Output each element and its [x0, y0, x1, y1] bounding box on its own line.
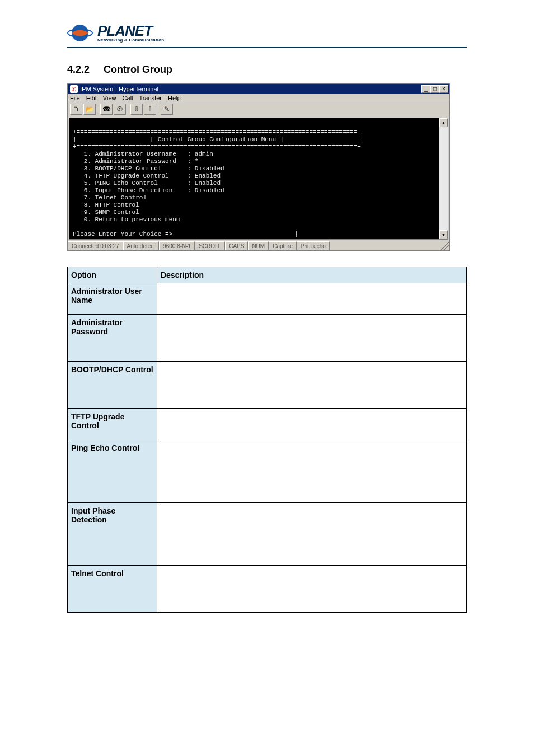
status-settings: 9600 8-N-1 — [159, 241, 195, 250]
window-titlebar: ✆ IPM System - HyperTerminal _ □ × — [68, 84, 449, 94]
option-description — [157, 315, 467, 362]
option-label: BOOTP/DHCP Control — [68, 362, 157, 409]
option-description — [157, 503, 467, 566]
terminal-output: +=======================================… — [69, 118, 439, 239]
maximize-button[interactable]: □ — [430, 85, 439, 93]
planet-logo-icon — [67, 22, 93, 44]
option-description — [157, 362, 467, 409]
tool-connect-icon[interactable]: ☎ — [100, 104, 113, 115]
toolbar: 🗋 📂 ☎ ✆ ⇩ ⇧ ✎ — [68, 102, 449, 116]
brand-tagline: Networking & Communication — [97, 38, 164, 43]
statusbar: Connected 0:03:27 Auto detect 9600 8-N-1… — [68, 241, 449, 250]
menubar: File Edit View Call Transfer Help — [68, 94, 449, 102]
brand-name: PLANET — [97, 24, 164, 38]
scroll-up-icon[interactable]: ▲ — [439, 118, 448, 127]
status-capture: Capture — [269, 241, 297, 250]
menu-edit[interactable]: Edit — [86, 95, 97, 101]
options-table: Option Description Administrator User Na… — [67, 267, 467, 613]
option-label: Ping Echo Control — [68, 440, 157, 503]
tool-new-icon[interactable]: 🗋 — [70, 104, 82, 115]
menu-transfer[interactable]: Transfer — [139, 95, 162, 101]
option-label: Administrator Password — [68, 315, 157, 362]
status-detect: Auto detect — [123, 241, 160, 250]
option-description — [157, 440, 467, 503]
menu-help[interactable]: Help — [168, 95, 181, 101]
tool-open-icon[interactable]: 📂 — [83, 104, 96, 115]
table-row: BOOTP/DHCP Control — [68, 362, 467, 409]
scroll-track[interactable] — [439, 127, 448, 230]
hyperterminal-window: ✆ IPM System - HyperTerminal _ □ × File … — [67, 83, 450, 251]
scroll-down-icon[interactable]: ▼ — [439, 230, 448, 239]
section-heading: 4.2.2 Control Group — [67, 64, 467, 76]
table-row: Input Phase Detection — [68, 503, 467, 566]
scrollbar[interactable]: ▲ ▼ — [439, 118, 448, 239]
close-button[interactable]: × — [439, 85, 448, 93]
status-printecho: Print echo — [297, 241, 330, 250]
status-connected: Connected 0:03:27 — [68, 241, 123, 250]
brand-header: PLANET Networking & Communication — [67, 22, 467, 48]
table-row: Administrator User Name — [68, 283, 467, 315]
minimize-button[interactable]: _ — [421, 85, 430, 93]
tool-properties-icon[interactable]: ✎ — [161, 104, 173, 115]
resize-grip-icon[interactable] — [441, 241, 449, 250]
th-option: Option — [68, 267, 157, 283]
table-row: Administrator Password — [68, 315, 467, 362]
th-description: Description — [157, 267, 467, 283]
tool-disconnect-icon[interactable]: ✆ — [114, 104, 126, 115]
menu-view[interactable]: View — [103, 95, 116, 101]
status-scroll: SCROLL — [195, 241, 225, 250]
app-icon: ✆ — [70, 85, 78, 93]
option-label: Input Phase Detection — [68, 503, 157, 566]
option-description — [157, 409, 467, 440]
status-num: NUM — [248, 241, 269, 250]
option-label: TFTP Upgrade Control — [68, 409, 157, 440]
tool-send-icon[interactable]: ⇩ — [130, 104, 143, 115]
option-description — [157, 566, 467, 613]
section-number: 4.2.2 — [67, 64, 101, 76]
section-title: Control Group — [104, 64, 172, 75]
table-row: Ping Echo Control — [68, 440, 467, 503]
table-row: Telnet Control — [68, 566, 467, 613]
option-label: Telnet Control — [68, 566, 157, 613]
option-label: Administrator User Name — [68, 283, 157, 315]
status-caps: CAPS — [225, 241, 248, 250]
menu-call[interactable]: Call — [123, 95, 133, 101]
tool-receive-icon[interactable]: ⇧ — [144, 104, 156, 115]
window-title: IPM System - HyperTerminal — [80, 86, 158, 92]
menu-file[interactable]: File — [70, 95, 80, 101]
table-row: TFTP Upgrade Control — [68, 409, 467, 440]
option-description — [157, 283, 467, 315]
